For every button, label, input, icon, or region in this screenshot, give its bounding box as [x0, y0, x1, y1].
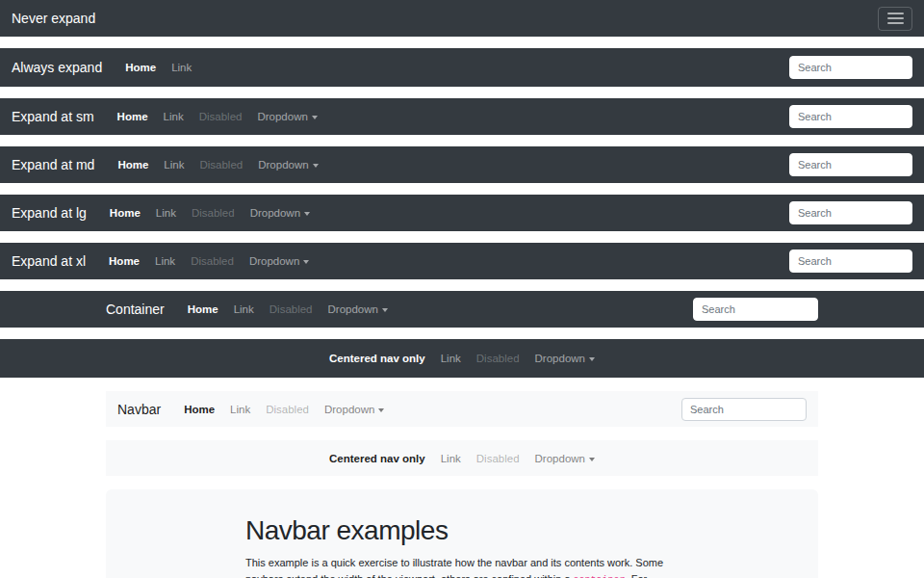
nav-link-centered-nav-only[interactable]: Centered nav only: [321, 353, 433, 364]
nav-dropdown-toggle[interactable]: Dropdown: [243, 207, 318, 219]
navbar-brand-always-expand[interactable]: Always expand: [12, 60, 102, 75]
nav-link-link[interactable]: Link: [156, 159, 192, 171]
nav-link-home[interactable]: Home: [101, 255, 147, 267]
nav-link-link[interactable]: Link: [147, 255, 183, 267]
nav-link-disabled: Disabled: [192, 111, 250, 122]
jumbotron-content: Navbar examples This example is a quick …: [245, 514, 679, 578]
navbar-brand-expand-md[interactable]: Expand at md: [12, 157, 94, 172]
nav-dropdown-toggle[interactable]: Dropdown: [242, 255, 317, 267]
navbar-never-expand: Never expand: [0, 0, 924, 37]
caret-down-icon: [378, 408, 384, 412]
nav-link-home[interactable]: Home: [176, 404, 222, 415]
nav-dropdown-toggle[interactable]: Dropdown: [317, 404, 392, 415]
search-input[interactable]: [789, 105, 912, 128]
nav-dropdown-label: Dropdown: [249, 255, 299, 267]
lead-text-after-code: . For: [626, 573, 648, 578]
search-input[interactable]: [789, 56, 912, 79]
nav-link-home[interactable]: Home: [110, 159, 156, 171]
navbar-brand-expand-xl[interactable]: Expand at xl: [12, 253, 86, 269]
nav-dropdown-toggle[interactable]: Dropdown: [527, 353, 603, 364]
caret-down-icon: [304, 212, 310, 216]
nav-link-disabled: Disabled: [258, 404, 317, 415]
nav-link-disabled: Disabled: [184, 207, 243, 219]
nav-link-centered-nav-only[interactable]: Centered nav only: [321, 453, 433, 464]
nav-dropdown-toggle[interactable]: Dropdown: [249, 111, 324, 122]
navbar-container-inner: Container Home Link Disabled Dropdown: [106, 291, 818, 328]
search-input[interactable]: [789, 201, 912, 224]
navbar-nav: Home Link Disabled Dropdown: [101, 255, 317, 267]
navbar-nav: Home Link Disabled Dropdown: [176, 404, 392, 415]
navbar-centered-dark: Centered nav only Link Disabled Dropdown: [0, 339, 924, 378]
navbar-brand-expand-lg[interactable]: Expand at lg: [12, 205, 87, 221]
search-input[interactable]: [681, 398, 807, 421]
nav-link-home[interactable]: Home: [110, 111, 156, 122]
nav-link-link[interactable]: Link: [156, 111, 192, 122]
navbar-brand-navbar[interactable]: Navbar: [117, 402, 161, 417]
nav-link-home[interactable]: Home: [117, 62, 164, 73]
nav-link-link[interactable]: Link: [433, 353, 469, 364]
nav-link-home[interactable]: Home: [180, 303, 226, 315]
navbar-centered-light: Centered nav only Link Disabled Dropdown: [106, 440, 818, 476]
caret-down-icon: [589, 458, 595, 461]
navbar-expand-md: Expand at md Home Link Disabled Dropdown: [0, 146, 924, 183]
navbar-toggler-button[interactable]: [878, 7, 912, 31]
navbar-brand-expand-sm[interactable]: Expand at sm: [12, 109, 94, 124]
nav-link-disabled: Disabled: [469, 353, 527, 364]
jumbotron: Navbar examples This example is a quick …: [106, 489, 818, 578]
nav-link-link[interactable]: Link: [148, 207, 184, 219]
navbar-expand-xl: Expand at xl Home Link Disabled Dropdown: [0, 243, 924, 279]
navbar-expand-sm: Expand at sm Home Link Disabled Dropdown: [0, 98, 924, 135]
navbar-nav-centered: Centered nav only Link Disabled Dropdown: [321, 453, 603, 464]
nav-link-link[interactable]: Link: [433, 453, 469, 464]
caret-down-icon: [313, 164, 319, 168]
nav-dropdown-label: Dropdown: [535, 353, 585, 364]
nav-dropdown-toggle[interactable]: Dropdown: [250, 159, 325, 171]
hamburger-icon: [887, 13, 904, 24]
nav-link-link[interactable]: Link: [164, 62, 199, 73]
page-title: Navbar examples: [245, 514, 679, 547]
nav-dropdown-label: Dropdown: [250, 207, 300, 219]
search-input[interactable]: [789, 153, 912, 176]
inline-code-container: container: [574, 575, 626, 578]
nav-dropdown-toggle[interactable]: Dropdown: [527, 453, 603, 464]
search-input[interactable]: [693, 298, 818, 321]
nav-link-disabled: Disabled: [469, 453, 527, 464]
caret-down-icon: [382, 308, 388, 312]
nav-link-disabled: Disabled: [183, 255, 242, 267]
main-container: Navbar Home Link Disabled Dropdown Cente…: [106, 391, 818, 578]
nav-link-disabled: Disabled: [192, 159, 250, 171]
navbar-nav-centered: Centered nav only Link Disabled Dropdown: [321, 353, 603, 364]
nav-dropdown-toggle[interactable]: Dropdown: [321, 303, 396, 315]
nav-link-link[interactable]: Link: [226, 303, 262, 315]
navbar-nav: Home Link: [117, 62, 199, 73]
nav-link-home[interactable]: Home: [102, 207, 148, 219]
nav-dropdown-label: Dropdown: [328, 303, 378, 315]
nav-dropdown-label: Dropdown: [257, 111, 307, 122]
nav-dropdown-label: Dropdown: [324, 404, 374, 415]
nav-link-disabled: Disabled: [262, 303, 321, 315]
caret-down-icon: [312, 116, 318, 119]
caret-down-icon: [303, 260, 309, 264]
search-input[interactable]: [789, 250, 912, 273]
navbar-nav: Home Link Disabled Dropdown: [110, 111, 325, 122]
navbar-container: Container Home Link Disabled Dropdown: [0, 291, 924, 328]
caret-down-icon: [589, 357, 595, 361]
navbar-light: Navbar Home Link Disabled Dropdown: [106, 391, 818, 427]
nav-dropdown-label: Dropdown: [258, 159, 308, 171]
navbar-expand-lg: Expand at lg Home Link Disabled Dropdown: [0, 195, 924, 231]
navbar-brand-never-expand[interactable]: Never expand: [12, 11, 95, 26]
navbar-nav: Home Link Disabled Dropdown: [180, 303, 396, 315]
nav-link-link[interactable]: Link: [222, 404, 258, 415]
navbar-always-expand: Always expand Home Link: [0, 48, 924, 87]
navbar-brand-container[interactable]: Container: [106, 302, 165, 317]
lead-paragraph: This example is a quick exercise to illu…: [245, 555, 679, 578]
navbar-nav: Home Link Disabled Dropdown: [110, 159, 325, 171]
page: { "colors": { "navbar_dark_bg": "#343a40…: [0, 0, 924, 578]
navbar-nav: Home Link Disabled Dropdown: [102, 207, 318, 219]
nav-dropdown-label: Dropdown: [535, 453, 585, 464]
